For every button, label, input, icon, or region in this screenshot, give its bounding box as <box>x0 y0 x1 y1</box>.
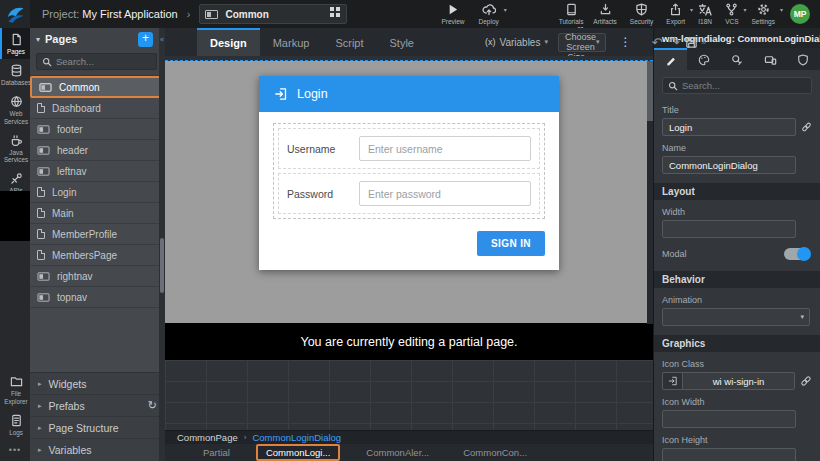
login-dialog-widget[interactable]: Login Username Password <box>259 76 559 270</box>
icon-height-field: Icon Height <box>654 435 820 461</box>
tab-styles[interactable] <box>687 48 720 70</box>
variables-dropdown[interactable]: (x) Variables ▾ <box>485 37 548 48</box>
more-options-icon[interactable]: ⋮ <box>616 35 634 49</box>
section-widgets[interactable]: ▸ Widgets <box>30 373 165 395</box>
tab-events[interactable] <box>720 48 753 70</box>
canvas-grid-area <box>165 360 653 430</box>
page-item-memberspage[interactable]: MembersPage <box>30 245 165 266</box>
wavemaker-logo[interactable] <box>0 0 30 28</box>
name-input[interactable] <box>662 156 796 174</box>
tab-commonalertdialog[interactable]: CommonAler... <box>358 446 437 459</box>
scrollbar-thumb[interactable] <box>160 238 164 293</box>
page-selector-dropdown[interactable]: Common <box>199 4 347 24</box>
tab-commonconfirmdialog[interactable]: CommonCon... <box>455 446 535 459</box>
sign-in-button[interactable]: SIGN IN <box>477 231 545 256</box>
dialog-form-container[interactable]: Username Password <box>273 123 545 219</box>
tab-devices[interactable] <box>754 48 787 70</box>
rail-item-web-services[interactable]: Web Services <box>0 90 30 128</box>
expand-panel-icon[interactable]: » <box>701 37 706 47</box>
canvas-scrollbar[interactable] <box>647 61 653 324</box>
screen-size-select[interactable]: -- Choose Screen Size -- ▾ <box>558 33 607 52</box>
modal-toggle[interactable] <box>784 248 810 260</box>
partial-icon <box>38 167 50 175</box>
section-page-structure[interactable]: ▸ Page Structure <box>30 417 165 439</box>
settings-button[interactable]: Settings ▾ <box>752 3 776 25</box>
title-input[interactable] <box>662 118 796 136</box>
artifacts-button[interactable]: Artifacts <box>593 3 616 25</box>
rail-overlay <box>0 191 30 241</box>
tab-properties[interactable] <box>654 48 687 70</box>
width-input[interactable] <box>662 220 796 238</box>
tab-partial[interactable]: Partial <box>195 446 238 459</box>
rail-item-logs[interactable]: Logs <box>0 409 30 440</box>
page-icon <box>37 208 45 218</box>
page-item-memberprofile[interactable]: MemberProfile <box>30 224 165 245</box>
properties-search-input[interactable] <box>682 80 792 91</box>
add-page-button[interactable]: + <box>138 32 153 47</box>
section-variables[interactable]: ▸ Variables <box>30 439 165 461</box>
shield-icon <box>797 54 809 66</box>
canvas-toolbar: Design Markup Script Style (x) Variables… <box>165 28 653 56</box>
search-icon <box>42 57 52 67</box>
rail-item-file-explorer[interactable]: File Explorer <box>0 370 30 408</box>
vcs-button[interactable]: VCS ▾ <box>725 3 738 25</box>
icon-height-input[interactable] <box>662 448 796 461</box>
properties-search[interactable] <box>662 77 812 94</box>
section-prefabs[interactable]: ▸ Prefabs ↻ <box>30 395 165 417</box>
tab-security[interactable] <box>787 48 820 70</box>
animation-select[interactable]: ▾ <box>662 308 810 326</box>
page-item-header[interactable]: header <box>30 140 165 161</box>
user-avatar[interactable]: MP <box>790 4 810 24</box>
breadcrumb-commonlogindialog[interactable]: CommonLoginDialog <box>252 432 341 443</box>
username-row[interactable]: Username <box>278 128 540 169</box>
deploy-button[interactable]: Deploy ▾ <box>479 3 499 25</box>
undo-button[interactable]: ↶ <box>648 35 665 50</box>
scrollbar-thumb[interactable] <box>647 61 653 121</box>
tab-markup[interactable]: Markup <box>260 28 323 56</box>
refresh-icon[interactable]: ↻ <box>148 399 157 412</box>
pages-search-input[interactable] <box>56 56 146 67</box>
preview-button[interactable]: Preview <box>441 3 464 25</box>
icon-class-input[interactable] <box>682 372 795 390</box>
rail-more-icon[interactable]: ••• <box>0 440 30 461</box>
translate-icon <box>698 3 712 16</box>
security-button[interactable]: Security <box>630 3 653 25</box>
page-item-footer[interactable]: footer <box>30 119 165 140</box>
page-item-dashboard[interactable]: Dashboard <box>30 98 165 119</box>
rail-item-databases[interactable]: Databases <box>0 59 30 90</box>
page-item-common[interactable]: Common <box>30 76 165 98</box>
icon-width-field: Icon Width <box>654 397 820 428</box>
password-row[interactable]: Password <box>278 173 540 214</box>
pages-search[interactable] <box>36 53 157 70</box>
rail-item-java-services[interactable]: Java Services <box>0 129 30 167</box>
chevron-down-icon: ▾ <box>690 6 693 13</box>
chevron-down-icon: ▾ <box>780 6 783 13</box>
password-input[interactable] <box>359 181 531 206</box>
page-item-login[interactable]: Login <box>30 182 165 203</box>
page-item-main[interactable]: Main <box>30 203 165 224</box>
i18n-button[interactable]: I18N <box>698 3 712 25</box>
save-button[interactable] <box>682 36 701 49</box>
folder-icon <box>10 375 23 388</box>
collapse-triangle-icon[interactable]: ▾ <box>36 35 40 44</box>
redo-button[interactable]: ↷ <box>665 35 682 50</box>
icon-class-preview <box>662 372 682 390</box>
tab-design[interactable]: Design <box>197 28 260 56</box>
export-button[interactable]: Export ▾ <box>666 3 685 25</box>
bind-link-icon[interactable] <box>800 375 812 387</box>
page-item-rightnav[interactable]: rightnav <box>30 266 165 287</box>
page-item-leftnav[interactable]: leftnav <box>30 161 165 182</box>
expand-triangle-icon: ▸ <box>38 402 42 410</box>
tab-style[interactable]: Style <box>377 28 427 56</box>
rail-item-pages[interactable]: Pages <box>0 28 30 59</box>
bind-link-icon[interactable] <box>801 121 812 133</box>
page-item-topnav[interactable]: topnav <box>30 287 165 308</box>
palette-icon <box>698 54 710 66</box>
icon-width-input[interactable] <box>662 410 796 428</box>
breadcrumb-commonpage[interactable]: CommonPage <box>177 432 238 443</box>
dialog-footer: SIGN IN <box>259 219 559 270</box>
tab-script[interactable]: Script <box>322 28 376 56</box>
username-input[interactable] <box>359 136 531 161</box>
tab-commonlogindialog[interactable]: CommonLogi... <box>256 444 340 461</box>
shield-icon <box>635 3 648 16</box>
